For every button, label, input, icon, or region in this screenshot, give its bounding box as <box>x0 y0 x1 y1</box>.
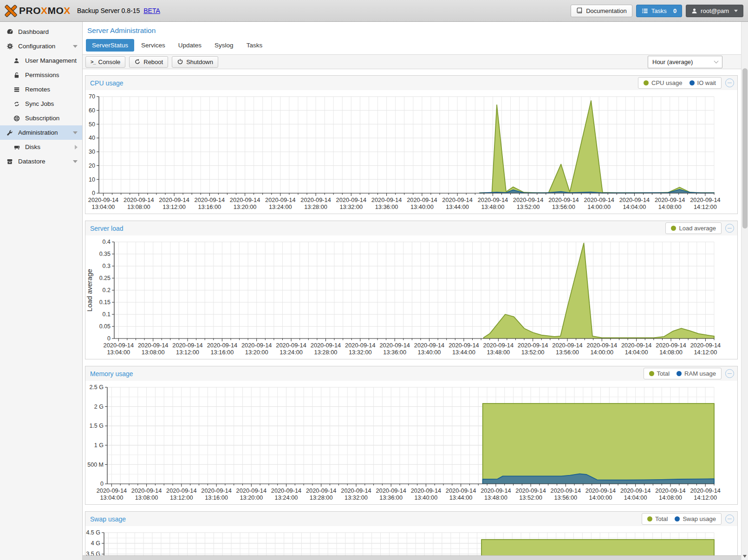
beta-link[interactable]: BETA <box>143 7 160 14</box>
chart-legend: Load average <box>665 222 722 234</box>
sidebar-item-user-management[interactable]: User Management <box>0 53 82 68</box>
collapse-panel-button[interactable] <box>725 514 734 523</box>
svg-text:1 G: 1 G <box>94 442 104 449</box>
svg-text:13:32:00: 13:32:00 <box>339 203 363 210</box>
svg-text:2020-09-14: 2020-09-14 <box>88 196 118 203</box>
legend-item-total[interactable]: Total <box>647 515 668 522</box>
reboot-button[interactable]: Reboot <box>129 56 168 68</box>
sidebar-item-dashboard[interactable]: Dashboard <box>0 25 82 39</box>
svg-text:0.4: 0.4 <box>103 239 111 245</box>
sidebar-item-remotes[interactable]: Remotes <box>0 82 82 97</box>
svg-text:2020-09-14: 2020-09-14 <box>131 487 162 494</box>
svg-text:2020-09-14: 2020-09-14 <box>345 342 375 349</box>
page-title: Server Administration <box>83 22 741 39</box>
svg-text:4 G: 4 G <box>91 540 100 547</box>
reboot-icon <box>134 59 141 65</box>
svg-text:2020-09-14: 2020-09-14 <box>172 342 202 349</box>
shutdown-button[interactable]: Shutdown <box>172 56 218 68</box>
svg-text:2020-09-14: 2020-09-14 <box>414 342 444 349</box>
svg-text:2020-09-14: 2020-09-14 <box>306 487 336 494</box>
svg-text:2020-09-14: 2020-09-14 <box>104 342 134 349</box>
tab-updates[interactable]: Updates <box>172 39 208 52</box>
svg-text:13:44:00: 13:44:00 <box>446 203 469 210</box>
svg-text:20: 20 <box>89 163 95 169</box>
console-button[interactable]: >_ Console <box>85 56 125 68</box>
svg-text:14:04:00: 14:04:00 <box>625 349 648 356</box>
sidebar-item-disks[interactable]: Disks <box>0 140 82 154</box>
svg-text:13:16:00: 13:16:00 <box>205 494 228 501</box>
sidebar-item-configuration[interactable]: Configuration <box>0 39 82 53</box>
svg-text:14:00:00: 14:00:00 <box>587 203 611 210</box>
legend-dot-icon <box>676 371 682 376</box>
user-icon <box>13 57 21 65</box>
svg-text:14:08:00: 14:08:00 <box>658 203 682 210</box>
tab-services[interactable]: Services <box>135 39 171 52</box>
svg-text:14:08:00: 14:08:00 <box>659 349 683 356</box>
svg-text:13:52:00: 13:52:00 <box>517 203 540 210</box>
svg-text:60: 60 <box>89 107 95 114</box>
top-header: PROXMOX Backup Server 0.8-15 BETA Docume… <box>0 0 748 22</box>
legend-item-total[interactable]: Total <box>649 370 670 377</box>
svg-text:13:12:00: 13:12:00 <box>163 203 186 210</box>
svg-text:2020-09-14: 2020-09-14 <box>449 342 479 349</box>
collapse-panel-button[interactable] <box>725 369 734 378</box>
tab-syslog[interactable]: Syslog <box>208 39 240 52</box>
svg-text:14:00:00: 14:00:00 <box>589 494 612 501</box>
timeframe-select[interactable]: Hour (average) <box>648 56 722 68</box>
sidebar-item-datastore[interactable]: Datastore <box>0 154 82 169</box>
svg-text:13:56:00: 13:56:00 <box>554 494 577 501</box>
legend-item-swap-usage[interactable]: Swap usage <box>675 515 716 522</box>
vertical-scrollbar[interactable] <box>741 22 748 560</box>
user-menu-button[interactable]: root@pam <box>686 5 743 17</box>
main-content: Server Administration ServerStatusServic… <box>83 22 741 560</box>
svg-text:2020-09-14: 2020-09-14 <box>442 196 472 203</box>
svg-text:13:04:00: 13:04:00 <box>100 494 123 501</box>
svg-text:2020-09-14: 2020-09-14 <box>336 196 366 203</box>
scroll-down-arrow[interactable] <box>743 555 747 558</box>
tab-bar: ServerStatusServicesUpdatesSyslogTasks <box>83 39 741 52</box>
memory-usage-panel: Memory usage TotalRAM usage 2020-09-1413… <box>85 366 738 505</box>
tasks-button[interactable]: Tasks0 <box>636 5 682 17</box>
sidebar-item-sync-jobs[interactable]: Sync Jobs <box>0 97 82 111</box>
svg-text:13:20:00: 13:20:00 <box>245 349 268 356</box>
legend-item-io-wait[interactable]: IO wait <box>689 79 716 86</box>
svg-text:13:48:00: 13:48:00 <box>484 494 507 501</box>
tab-serverstatus[interactable]: ServerStatus <box>86 39 134 52</box>
svg-text:2020-09-14: 2020-09-14 <box>656 342 686 349</box>
svg-text:14:12:00: 14:12:00 <box>694 349 717 356</box>
svg-text:13:12:00: 13:12:00 <box>176 349 199 356</box>
svg-text:13:52:00: 13:52:00 <box>521 349 545 356</box>
power-icon <box>177 59 183 65</box>
svg-text:14:04:00: 14:04:00 <box>623 203 646 210</box>
sidebar-item-administration[interactable]: Administration <box>0 125 82 140</box>
svg-text:14:00:00: 14:00:00 <box>590 349 613 356</box>
svg-text:13:36:00: 13:36:00 <box>375 203 398 210</box>
legend-dot-icon <box>689 80 695 85</box>
svg-text:2020-09-14: 2020-09-14 <box>518 342 548 349</box>
sidebar-nav: Dashboard Configuration User Management … <box>0 22 83 560</box>
svg-text:2020-09-14: 2020-09-14 <box>619 196 650 203</box>
bars-icon <box>13 86 21 93</box>
legend-item-load-average[interactable]: Load average <box>671 225 716 232</box>
svg-text:13:44:00: 13:44:00 <box>452 349 475 356</box>
svg-text:13:52:00: 13:52:00 <box>519 494 542 501</box>
svg-text:2020-09-14: 2020-09-14 <box>271 487 301 494</box>
proxmox-wordmark: PROXMOX <box>19 5 71 16</box>
collapse-panel-button[interactable] <box>725 224 734 233</box>
sidebar-item-permissions[interactable]: Permissions <box>0 68 82 82</box>
horizontal-scrollbar[interactable] <box>83 555 741 560</box>
panel-header: Memory usage TotalRAM usage <box>85 366 737 381</box>
swap-usage-panel: Swap usage TotalSwap usage 2020-09-1413:… <box>85 511 738 560</box>
tab-tasks[interactable]: Tasks <box>241 39 269 52</box>
collapse-panel-button[interactable] <box>725 78 734 87</box>
svg-text:2020-09-14: 2020-09-14 <box>159 196 189 203</box>
legend-item-cpu-usage[interactable]: CPU usage <box>644 79 682 86</box>
svg-text:2020-09-14: 2020-09-14 <box>513 196 543 203</box>
svg-text:2020-09-14: 2020-09-14 <box>407 196 437 203</box>
documentation-button[interactable]: Documentation <box>571 5 632 17</box>
scrollbar-thumb[interactable] <box>742 68 748 228</box>
legend-item-ram-usage[interactable]: RAM usage <box>676 370 716 377</box>
toolbar: >_ Console Reboot Shutdown Hour (average… <box>83 54 741 69</box>
svg-text:2020-09-14: 2020-09-14 <box>655 196 685 203</box>
sidebar-item-subscription[interactable]: Subscription <box>0 111 82 125</box>
